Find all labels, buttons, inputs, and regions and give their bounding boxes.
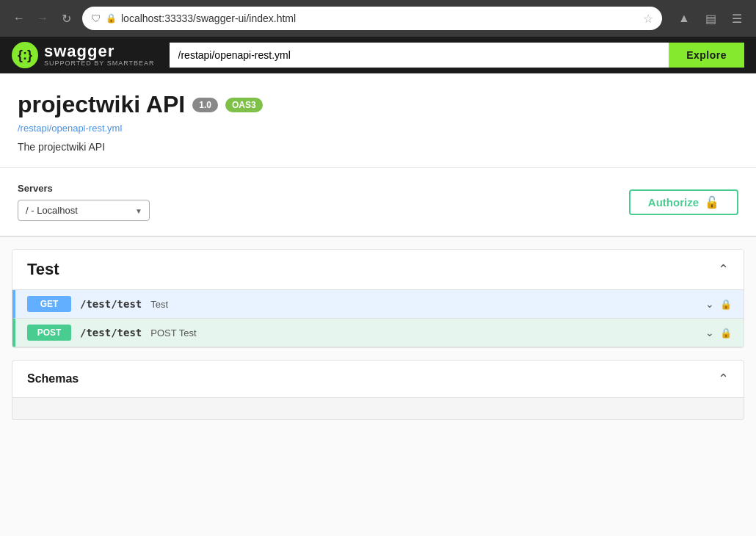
authorize-label: Authorize xyxy=(648,196,699,209)
api-description: The projectwiki API xyxy=(18,141,738,153)
post-method-badge: POST xyxy=(27,325,71,341)
api-info: projectwiki API 1.0 OAS3 /restapi/openap… xyxy=(0,73,756,168)
servers-label: Servers xyxy=(18,183,150,194)
post-lock-icon: 🔒 xyxy=(720,327,732,338)
test-section-header[interactable]: Test ⌃ xyxy=(12,250,744,290)
browser-actions: ▲ ▤ ☰ xyxy=(674,8,747,29)
authorize-button[interactable]: Authorize 🔓 xyxy=(629,189,738,215)
servers-left: Servers / - Localhost xyxy=(18,183,150,221)
version-badge: 1.0 xyxy=(192,98,218,112)
get-lock-icon: 🔒 xyxy=(720,299,732,310)
swagger-logo-icon: {:} xyxy=(12,42,38,68)
extensions-icon[interactable]: ▤ xyxy=(700,8,721,29)
schemas-title: Schemas xyxy=(27,372,79,385)
api-title-row: projectwiki API 1.0 OAS3 xyxy=(18,91,738,118)
servers-select[interactable]: / - Localhost xyxy=(18,200,150,221)
get-chevron-icon: ⌄ xyxy=(705,298,714,310)
post-endpoint-row[interactable]: POST /test/test POST Test ⌄ 🔒 xyxy=(12,319,744,347)
get-endpoint-path: /test/test xyxy=(80,298,142,310)
api-spec-url[interactable]: /restapi/openapi-rest.yml xyxy=(18,123,738,134)
swagger-logo: {:} swagger SUPPORTED BY SMARTBEAR xyxy=(12,42,155,68)
browser-chrome: ← → ↻ 🛡 🔒 localhost:33333/swagger-ui/ind… xyxy=(0,0,756,37)
swagger-subtitle: SUPPORTED BY SMARTBEAR xyxy=(44,59,155,67)
back-button[interactable]: ← xyxy=(9,8,29,29)
forward-button[interactable]: → xyxy=(32,8,53,29)
post-endpoint-path: /test/test xyxy=(80,327,142,338)
get-endpoint-row[interactable]: GET /test/test Test ⌄ 🔒 xyxy=(12,290,744,319)
bookmark-icon[interactable]: ☆ xyxy=(643,12,653,26)
explore-button[interactable]: Explore xyxy=(669,43,744,68)
nav-buttons: ← → ↻ xyxy=(9,8,76,29)
schemas-section: Schemas ⌃ xyxy=(12,360,744,420)
get-endpoint-actions: ⌄ 🔒 xyxy=(705,298,732,310)
post-endpoint-actions: ⌄ 🔒 xyxy=(705,327,732,338)
swagger-url-input[interactable] xyxy=(170,43,669,68)
post-endpoint-summary: POST Test xyxy=(150,327,697,338)
schemas-chevron-icon: ⌃ xyxy=(718,371,729,387)
servers-select-wrapper: / - Localhost xyxy=(18,200,150,221)
get-method-badge: GET xyxy=(27,296,71,312)
address-bar: 🛡 🔒 localhost:33333/swagger-ui/index.htm… xyxy=(82,7,662,30)
oas-badge: OAS3 xyxy=(225,98,263,112)
servers-section: Servers / - Localhost Authorize 🔓 xyxy=(0,168,756,237)
swagger-title: swagger xyxy=(44,43,155,59)
shield-icon: 🛡 xyxy=(91,12,101,24)
post-chevron-icon: ⌄ xyxy=(705,327,714,338)
authorize-lock-icon: 🔓 xyxy=(705,195,719,209)
swagger-url-bar: Explore xyxy=(170,43,744,68)
firefox-account-icon[interactable]: ▲ xyxy=(674,8,694,29)
schemas-header[interactable]: Schemas ⌃ xyxy=(12,360,744,398)
test-section: Test ⌃ GET /test/test Test ⌄ 🔒 POST /tes… xyxy=(12,249,744,348)
swagger-logo-text: swagger SUPPORTED BY SMARTBEAR xyxy=(44,43,155,67)
schemas-content xyxy=(12,398,744,420)
menu-icon[interactable]: ☰ xyxy=(727,8,747,29)
swagger-header: {:} swagger SUPPORTED BY SMARTBEAR Explo… xyxy=(0,37,756,73)
page-lock-icon: 🔒 xyxy=(106,13,117,23)
address-text: localhost:33333/swagger-ui/index.html xyxy=(121,12,639,24)
swagger-content: projectwiki API 1.0 OAS3 /restapi/openap… xyxy=(0,73,756,536)
get-endpoint-summary: Test xyxy=(150,299,697,310)
test-section-title: Test xyxy=(27,260,59,279)
reload-button[interactable]: ↻ xyxy=(56,8,76,29)
api-title: projectwiki API xyxy=(18,91,185,118)
test-section-chevron-icon: ⌃ xyxy=(718,261,729,278)
